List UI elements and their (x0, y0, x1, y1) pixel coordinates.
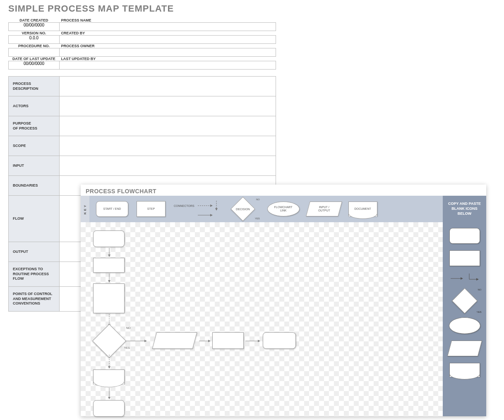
flowchart-panel: PROCESS FLOWCHART KEY START / END STEP C… (81, 185, 486, 416)
last-updated-by-input[interactable] (59, 61, 276, 70)
page-title: SIMPLE PROCESS MAP TEMPLATE (8, 3, 281, 14)
created-by-label: CREATED BY (59, 31, 276, 36)
actors-value[interactable] (60, 96, 276, 116)
input-label: INPUT (9, 156, 60, 176)
process-name-label: PROCESS NAME (59, 18, 276, 23)
key-connectors-icon: CONNECTORS (174, 201, 218, 217)
svg-marker-1 (210, 204, 213, 207)
purpose-label: PURPOSE OF PROCESS (9, 116, 60, 136)
canvas-decision-shape[interactable] (92, 324, 126, 358)
input-value[interactable] (60, 156, 276, 176)
canvas-step-shape[interactable] (93, 258, 125, 273)
canvas-startend-shape-2[interactable] (263, 332, 296, 349)
svg-marker-23 (461, 277, 463, 280)
key-label: KEY (81, 196, 89, 222)
palette-flowchart-link-icon[interactable] (449, 317, 480, 334)
date-last-update-input[interactable]: 00/00/0000 (9, 61, 60, 70)
actors-label: ACTORS (9, 96, 60, 116)
svg-marker-9 (108, 280, 110, 283)
svg-marker-17 (258, 340, 260, 342)
key-document-icon: DOCUMENT (348, 202, 377, 216)
output-label: OUTPUT (9, 242, 60, 262)
flowchart-key-bar: KEY START / END STEP CONNECTORS DECISION… (81, 196, 486, 222)
palette-step-icon[interactable] (449, 250, 480, 266)
flow-label: FLOW (9, 196, 60, 242)
version-no-label: VERSION NO. (9, 31, 60, 36)
process-owner-input[interactable] (59, 48, 276, 57)
svg-marker-5 (210, 214, 213, 216)
process-description-label: PROCESS DESCRIPTION (9, 77, 60, 96)
key-decision-icon: DECISION NO YES (227, 200, 259, 218)
svg-marker-19 (108, 366, 110, 369)
key-step-icon: STEP (137, 201, 166, 217)
flowchart-canvas[interactable]: NO YES (81, 222, 443, 416)
process-owner-label: PROCESS OWNER (59, 44, 276, 48)
svg-marker-15 (208, 340, 211, 342)
canvas-decision-yes-label: YES (124, 346, 130, 349)
palette-startend-icon[interactable] (449, 228, 480, 244)
canvas-input-output-shape[interactable] (152, 332, 197, 349)
points-of-control-label: POINTS OF CONTROL AND MEASUREMENT CONVEN… (9, 287, 60, 312)
canvas-document-shape[interactable] (93, 370, 125, 384)
key-flowchart-link-icon: FLOWCHART LINK (267, 202, 300, 216)
svg-marker-26 (476, 278, 479, 281)
canvas-startend-shape[interactable] (93, 230, 125, 247)
palette-decision-icon[interactable]: NO YES (449, 291, 481, 311)
palette-connectors-icon[interactable] (449, 273, 481, 284)
procedure-no-input[interactable] (9, 48, 60, 57)
canvas-step-shape-2[interactable] (93, 283, 125, 313)
key-input-output-icon: INPUT / OUTPUT (306, 202, 342, 216)
procedure-no-label: PROCEDURE NO. (9, 44, 60, 48)
svg-marker-13 (144, 340, 147, 342)
palette-sidebar: NO YES (443, 222, 486, 416)
meta-table: DATE CREATED PROCESS NAME 00/00/0000 VER… (8, 18, 276, 70)
version-no-input[interactable]: 0.0.0 (9, 36, 60, 44)
date-created-label: DATE CREATED (9, 18, 60, 23)
flowchart-title: PROCESS FLOWCHART (81, 185, 486, 196)
canvas-decision-no-label: NO (126, 326, 131, 329)
scope-value[interactable] (60, 136, 276, 156)
last-updated-by-label: LAST UPDATED BY (59, 57, 276, 61)
created-by-input[interactable] (59, 36, 276, 44)
palette-input-output-icon[interactable] (447, 341, 482, 356)
scope-label: SCOPE (9, 136, 60, 156)
purpose-value[interactable] (60, 116, 276, 136)
canvas-startend-shape-3[interactable] (93, 400, 125, 417)
key-startend-icon: START / END (96, 201, 128, 217)
svg-marker-3 (215, 208, 218, 211)
exceptions-label: EXCEPTIONS TO ROUTINE PROCESS FLOW (9, 262, 60, 287)
process-description-value[interactable] (60, 77, 276, 96)
date-last-update-label: DATE OF LAST UPDATE (9, 57, 60, 61)
boundaries-label: BOUNDARIES (9, 176, 60, 196)
process-name-input[interactable] (59, 23, 276, 31)
date-created-input[interactable]: 00/00/0000 (9, 23, 60, 31)
copy-paste-hint: COPY AND PASTE BLANK ICONS BELOW (443, 196, 486, 222)
svg-marker-21 (108, 397, 110, 399)
palette-document-icon[interactable] (449, 363, 480, 377)
svg-marker-7 (108, 254, 110, 257)
canvas-step-shape-3[interactable] (212, 332, 244, 349)
